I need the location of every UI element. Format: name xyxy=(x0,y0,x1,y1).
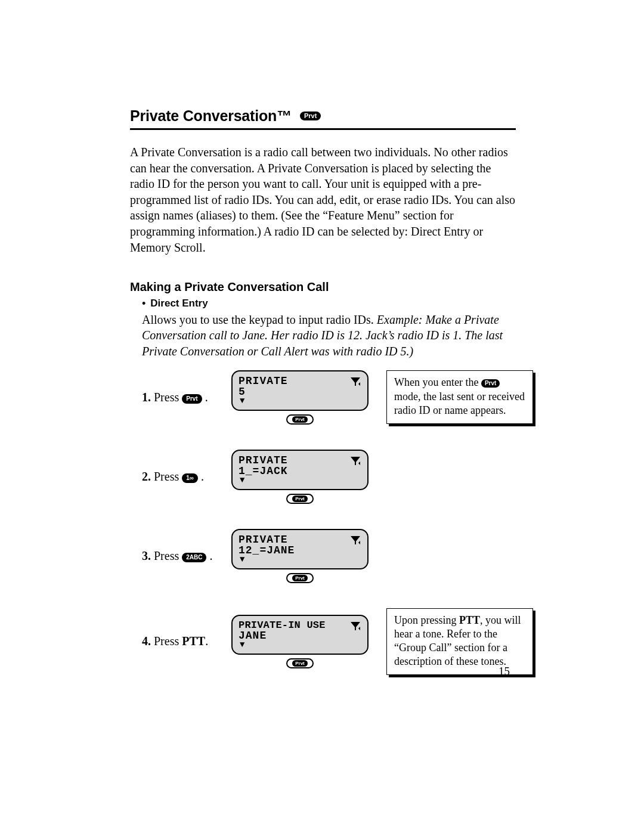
signal-icon xyxy=(351,536,360,544)
down-arrow-icon: ▼ xyxy=(240,476,361,484)
lcd-line1: PRIVATE xyxy=(239,375,361,387)
step-4-key: PTT xyxy=(182,634,205,648)
bullet-body: Allows you to use the keypad to input ra… xyxy=(130,312,516,360)
prvt-icon: Prvt xyxy=(300,112,321,120)
step-4-instruction: 4. Press PTT. xyxy=(142,634,213,648)
soft-button-label: Prvt xyxy=(292,575,308,581)
signal-icon xyxy=(351,457,360,465)
step-3: 3. Press 2ABC . PRIVATE 12_=JANE ▼ Prvt xyxy=(142,529,516,583)
section-header: Private Conversation™ Prvt xyxy=(130,107,516,130)
svg-marker-2 xyxy=(358,382,360,386)
soft-button: Prvt xyxy=(286,658,314,668)
svg-rect-1 xyxy=(355,383,356,386)
down-arrow-icon: ▼ xyxy=(240,555,361,563)
note-text-bold: PTT xyxy=(459,614,480,626)
step-1-note: When you enter the Prvt mode, the last s… xyxy=(386,370,533,423)
down-arrow-icon: ▼ xyxy=(240,640,361,649)
lcd-line1: PRIVATE xyxy=(239,534,361,546)
svg-marker-3 xyxy=(351,457,360,463)
bullet-body-plain: Allows you to use the keypad to input ra… xyxy=(142,313,377,326)
subheading: Making a Private Conversation Call xyxy=(130,280,516,294)
lcd-line2: 5 xyxy=(239,386,361,398)
soft-button-label: Prvt xyxy=(292,496,308,502)
svg-marker-0 xyxy=(351,377,360,383)
step-2-display: PRIVATE 1_=JACK ▼ Prvt xyxy=(225,450,374,504)
signal-icon xyxy=(351,377,360,386)
step-2-instruction: 2. Press 1∞ . xyxy=(142,470,213,484)
svg-marker-9 xyxy=(351,622,360,628)
intro-paragraph: A Private Conversation is a radio call b… xyxy=(130,144,516,255)
step-1-instruction: 1. Press Prvt . xyxy=(142,391,213,404)
step-4-display: PRIVATE-IN USE JANE ▼ Prvt xyxy=(225,615,374,668)
soft-button: Prvt xyxy=(286,414,314,425)
step-4-note: Upon pressing PTT, you will hear a tone.… xyxy=(386,608,533,675)
bullet-dot-icon: • xyxy=(142,298,145,311)
step-4-number: 4. xyxy=(142,634,151,648)
prvt-icon: Prvt xyxy=(481,379,500,388)
svg-marker-8 xyxy=(358,541,360,544)
down-arrow-icon: ▼ xyxy=(240,397,361,405)
svg-rect-10 xyxy=(355,627,356,630)
step-3-instruction: 3. Press 2ABC . xyxy=(142,549,213,563)
bullet-label: Direct Entry xyxy=(150,298,208,311)
signal-icon xyxy=(351,622,360,630)
step-1-display: PRIVATE 5 ▼ Prvt xyxy=(225,370,374,425)
lcd-line2: 1_=JACK xyxy=(239,465,361,477)
step-4: 4. Press PTT. PRIVATE-IN USE JANE ▼ Prvt… xyxy=(142,608,516,675)
soft-button-label: Prvt xyxy=(292,416,308,423)
lcd-screen: PRIVATE 1_=JACK ▼ xyxy=(231,450,369,490)
step-3-display: PRIVATE 12_=JANE ▼ Prvt xyxy=(225,529,374,583)
steps-list: 1. Press Prvt . PRIVATE 5 ▼ Prvt When yo… xyxy=(130,370,516,675)
svg-marker-11 xyxy=(358,627,360,630)
bullet-direct-entry: • Direct Entry xyxy=(130,298,516,311)
note-text-pre: Upon pressing xyxy=(394,614,459,626)
section-title: Private Conversation™ xyxy=(130,107,292,125)
soft-button: Prvt xyxy=(286,573,314,583)
lcd-screen: PRIVATE-IN USE JANE ▼ xyxy=(231,615,369,655)
page-number: 15 xyxy=(499,665,510,678)
note-text-post: mode, the last sent or received radio ID… xyxy=(394,391,525,416)
svg-marker-6 xyxy=(351,536,360,542)
lcd-screen: PRIVATE 12_=JANE ▼ xyxy=(231,529,369,569)
step-1-number: 1. xyxy=(142,391,151,404)
key-2-icon: 2ABC xyxy=(182,553,206,562)
step-4-verb: Press xyxy=(154,634,182,648)
svg-rect-4 xyxy=(355,462,356,465)
step-2: 2. Press 1∞ . PRIVATE 1_=JACK ▼ Prvt xyxy=(142,450,516,504)
svg-marker-5 xyxy=(358,462,360,465)
step-2-verb: Press xyxy=(154,470,179,483)
step-1: 1. Press Prvt . PRIVATE 5 ▼ Prvt When yo… xyxy=(142,370,516,425)
step-1-verb: Press xyxy=(154,391,179,404)
manual-page: Private Conversation™ Prvt A Private Con… xyxy=(0,0,644,833)
soft-button: Prvt xyxy=(286,494,314,504)
step-2-number: 2. xyxy=(142,470,151,483)
svg-rect-7 xyxy=(355,541,356,544)
lcd-line2: 12_=JANE xyxy=(239,544,361,556)
lcd-screen: PRIVATE 5 ▼ xyxy=(231,370,369,411)
lcd-line2: JANE xyxy=(239,630,361,642)
step-3-number: 3. xyxy=(142,549,151,562)
lcd-line1: PRIVATE xyxy=(239,454,361,466)
step-3-verb: Press xyxy=(154,549,179,562)
prvt-key-icon: Prvt xyxy=(182,394,202,404)
note-text-pre: When you enter the xyxy=(394,376,481,388)
key-1-icon: 1∞ xyxy=(182,473,198,483)
soft-button-label: Prvt xyxy=(292,660,308,667)
